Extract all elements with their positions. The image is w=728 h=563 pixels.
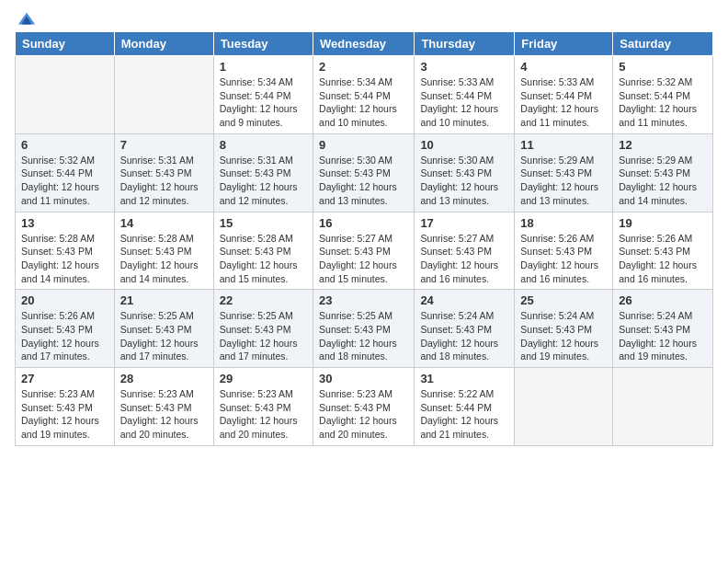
calendar-day-cell: 30Sunrise: 5:23 AMSunset: 5:43 PMDayligh… — [313, 368, 415, 446]
calendar-week-row: 20Sunrise: 5:26 AMSunset: 5:43 PMDayligh… — [16, 290, 713, 368]
calendar-day-cell: 26Sunrise: 5:24 AMSunset: 5:43 PMDayligh… — [613, 290, 713, 368]
calendar-day-cell: 31Sunrise: 5:22 AMSunset: 5:44 PMDayligh… — [415, 368, 515, 446]
calendar-day-cell: 11Sunrise: 5:29 AMSunset: 5:43 PMDayligh… — [515, 133, 613, 212]
day-info: Sunrise: 5:31 AMSunset: 5:43 PMDaylight:… — [120, 154, 208, 208]
calendar-day-cell: 22Sunrise: 5:25 AMSunset: 5:43 PMDayligh… — [213, 290, 313, 368]
calendar-day-cell: 6Sunrise: 5:32 AMSunset: 5:44 PMDaylight… — [16, 133, 115, 212]
day-info: Sunrise: 5:23 AMSunset: 5:43 PMDaylight:… — [120, 387, 208, 442]
day-info: Sunrise: 5:29 AMSunset: 5:43 PMDaylight:… — [520, 154, 607, 208]
calendar-day-cell: 17Sunrise: 5:27 AMSunset: 5:43 PMDayligh… — [415, 212, 515, 290]
day-info: Sunrise: 5:34 AMSunset: 5:44 PMDaylight:… — [319, 75, 408, 130]
calendar-day-header: Wednesday — [313, 32, 415, 56]
calendar-day-cell: 20Sunrise: 5:26 AMSunset: 5:43 PMDayligh… — [16, 290, 115, 368]
calendar-day-cell: 24Sunrise: 5:24 AMSunset: 5:43 PMDayligh… — [415, 290, 515, 368]
day-info: Sunrise: 5:25 AMSunset: 5:43 PMDaylight:… — [220, 309, 307, 363]
calendar-day-cell: 15Sunrise: 5:28 AMSunset: 5:43 PMDayligh… — [213, 212, 313, 290]
calendar-week-row: 1Sunrise: 5:34 AMSunset: 5:44 PMDaylight… — [16, 56, 713, 134]
logo-icon — [17, 9, 37, 29]
day-info: Sunrise: 5:23 AMSunset: 5:43 PMDaylight:… — [21, 387, 108, 442]
day-number: 4 — [520, 60, 607, 74]
day-info: Sunrise: 5:28 AMSunset: 5:43 PMDaylight:… — [220, 232, 307, 286]
day-number: 13 — [21, 216, 108, 230]
calendar-day-cell: 21Sunrise: 5:25 AMSunset: 5:43 PMDayligh… — [114, 290, 213, 368]
calendar-day-cell: 18Sunrise: 5:26 AMSunset: 5:43 PMDayligh… — [515, 212, 613, 290]
calendar-day-cell — [613, 368, 713, 446]
day-number: 30 — [319, 372, 408, 385]
day-info: Sunrise: 5:26 AMSunset: 5:43 PMDaylight:… — [520, 232, 607, 286]
day-info: Sunrise: 5:27 AMSunset: 5:43 PMDaylight:… — [319, 232, 408, 286]
calendar-day-cell: 12Sunrise: 5:29 AMSunset: 5:43 PMDayligh… — [613, 133, 713, 212]
calendar-day-cell: 25Sunrise: 5:24 AMSunset: 5:43 PMDayligh… — [515, 290, 613, 368]
day-number: 25 — [520, 293, 607, 307]
day-number: 2 — [319, 60, 408, 74]
day-info: Sunrise: 5:30 AMSunset: 5:43 PMDaylight:… — [319, 154, 408, 208]
calendar-week-row: 13Sunrise: 5:28 AMSunset: 5:43 PMDayligh… — [16, 212, 713, 290]
calendar-day-header: Friday — [515, 32, 613, 56]
day-info: Sunrise: 5:33 AMSunset: 5:44 PMDaylight:… — [420, 75, 508, 130]
calendar-day-cell: 29Sunrise: 5:23 AMSunset: 5:43 PMDayligh… — [213, 368, 313, 446]
day-number: 17 — [420, 216, 508, 230]
calendar-header-row: SundayMondayTuesdayWednesdayThursdayFrid… — [16, 32, 713, 56]
day-number: 12 — [619, 138, 707, 152]
calendar-day-cell: 23Sunrise: 5:25 AMSunset: 5:43 PMDayligh… — [313, 290, 415, 368]
day-number: 21 — [120, 293, 208, 307]
day-info: Sunrise: 5:30 AMSunset: 5:43 PMDaylight:… — [420, 154, 508, 208]
calendar-day-cell: 8Sunrise: 5:31 AMSunset: 5:43 PMDaylight… — [213, 133, 313, 212]
calendar-day-cell — [515, 368, 613, 446]
day-number: 31 — [420, 372, 508, 385]
day-info: Sunrise: 5:25 AMSunset: 5:43 PMDaylight:… — [120, 309, 208, 363]
day-info: Sunrise: 5:33 AMSunset: 5:44 PMDaylight:… — [520, 75, 607, 130]
day-number: 20 — [21, 293, 108, 307]
calendar-day-cell: 27Sunrise: 5:23 AMSunset: 5:43 PMDayligh… — [16, 368, 115, 446]
calendar-day-header: Tuesday — [213, 32, 313, 56]
calendar-day-header: Thursday — [415, 32, 515, 56]
day-info: Sunrise: 5:29 AMSunset: 5:43 PMDaylight:… — [619, 154, 707, 208]
calendar-day-cell: 28Sunrise: 5:23 AMSunset: 5:43 PMDayligh… — [114, 368, 213, 446]
day-number: 7 — [120, 138, 208, 152]
day-info: Sunrise: 5:23 AMSunset: 5:43 PMDaylight:… — [220, 387, 307, 442]
day-info: Sunrise: 5:34 AMSunset: 5:44 PMDaylight:… — [220, 75, 307, 130]
day-info: Sunrise: 5:32 AMSunset: 5:44 PMDaylight:… — [21, 154, 108, 208]
calendar-day-cell: 10Sunrise: 5:30 AMSunset: 5:43 PMDayligh… — [415, 133, 515, 212]
day-info: Sunrise: 5:26 AMSunset: 5:43 PMDaylight:… — [619, 232, 707, 286]
day-info: Sunrise: 5:32 AMSunset: 5:44 PMDaylight:… — [619, 75, 707, 130]
day-info: Sunrise: 5:24 AMSunset: 5:43 PMDaylight:… — [619, 309, 707, 363]
day-info: Sunrise: 5:28 AMSunset: 5:43 PMDaylight:… — [120, 232, 208, 286]
day-number: 24 — [420, 293, 508, 307]
calendar-day-cell: 19Sunrise: 5:26 AMSunset: 5:43 PMDayligh… — [613, 212, 713, 290]
day-number: 18 — [520, 216, 607, 230]
day-number: 10 — [420, 138, 508, 152]
calendar-day-cell: 3Sunrise: 5:33 AMSunset: 5:44 PMDaylight… — [415, 56, 515, 134]
calendar-table: SundayMondayTuesdayWednesdayThursdayFrid… — [15, 31, 713, 446]
calendar-day-cell: 9Sunrise: 5:30 AMSunset: 5:43 PMDaylight… — [313, 133, 415, 212]
day-number: 28 — [120, 372, 208, 385]
calendar-day-cell: 1Sunrise: 5:34 AMSunset: 5:44 PMDaylight… — [213, 56, 313, 134]
day-number: 16 — [319, 216, 408, 230]
day-number: 8 — [220, 138, 307, 152]
day-info: Sunrise: 5:23 AMSunset: 5:43 PMDaylight:… — [319, 387, 408, 442]
day-number: 6 — [21, 138, 108, 152]
day-number: 1 — [220, 60, 307, 74]
day-number: 14 — [120, 216, 208, 230]
calendar-day-header: Sunday — [16, 32, 115, 56]
day-info: Sunrise: 5:25 AMSunset: 5:43 PMDaylight:… — [319, 309, 408, 363]
calendar-day-cell: 13Sunrise: 5:28 AMSunset: 5:43 PMDayligh… — [16, 212, 115, 290]
day-number: 27 — [21, 372, 108, 385]
day-info: Sunrise: 5:26 AMSunset: 5:43 PMDaylight:… — [21, 309, 108, 363]
day-info: Sunrise: 5:24 AMSunset: 5:43 PMDaylight:… — [520, 309, 607, 363]
day-number: 19 — [619, 216, 707, 230]
calendar-day-cell: 7Sunrise: 5:31 AMSunset: 5:43 PMDaylight… — [114, 133, 213, 212]
calendar-day-cell — [114, 56, 213, 134]
day-number: 5 — [619, 60, 707, 74]
day-info: Sunrise: 5:28 AMSunset: 5:43 PMDaylight:… — [21, 232, 108, 286]
day-info: Sunrise: 5:31 AMSunset: 5:43 PMDaylight:… — [220, 154, 307, 208]
day-number: 15 — [220, 216, 307, 230]
calendar-day-cell: 16Sunrise: 5:27 AMSunset: 5:43 PMDayligh… — [313, 212, 415, 290]
day-info: Sunrise: 5:22 AMSunset: 5:44 PMDaylight:… — [420, 387, 508, 442]
day-number: 9 — [319, 138, 408, 152]
page: SundayMondayTuesdayWednesdayThursdayFrid… — [0, 0, 728, 563]
calendar-day-cell: 14Sunrise: 5:28 AMSunset: 5:43 PMDayligh… — [114, 212, 213, 290]
calendar-day-cell — [16, 56, 115, 134]
day-number: 3 — [420, 60, 508, 74]
calendar-day-header: Monday — [114, 32, 213, 56]
